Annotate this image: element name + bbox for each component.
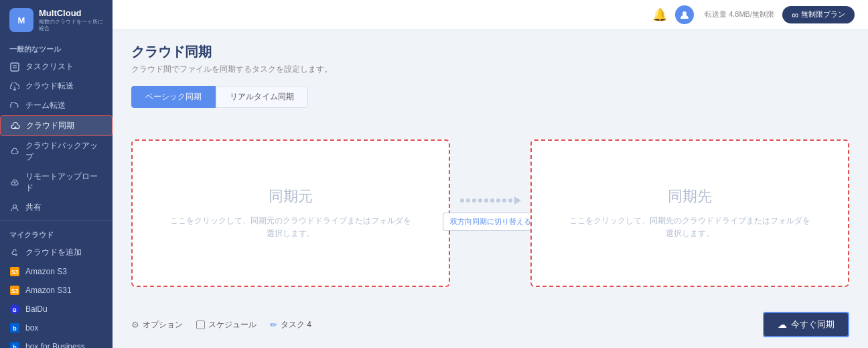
main-content: 🔔 転送量 4.8MB/無制限 ∞ 無制限プラン クラウド同期 クラウド間でファ… bbox=[113, 0, 868, 348]
svg-text:S3: S3 bbox=[11, 269, 18, 276]
infinity-icon: ∞ bbox=[792, 9, 798, 20]
logo-title: MultCloud bbox=[39, 8, 103, 19]
shared-icon bbox=[9, 202, 20, 213]
sidebar-label-amazon-s3: Amazon S3 bbox=[25, 267, 67, 276]
schedule-label: スケジュール bbox=[208, 319, 257, 331]
footer: ⚙ オプション スケジュール ✏ タスク 4 ☁ 今すぐ同期 bbox=[131, 305, 849, 337]
sidebar-label-team-transfer: チーム転送 bbox=[25, 100, 66, 111]
bidirectional-sync-button[interactable]: 双方向同期に切り替える bbox=[443, 213, 538, 231]
sidebar-item-task-list[interactable]: タスクリスト bbox=[0, 57, 113, 76]
sidebar-label-cloud-transfer: クラウド転送 bbox=[25, 80, 74, 92]
dot-2 bbox=[466, 198, 470, 202]
amazon-s3-icon: S3 bbox=[9, 266, 20, 277]
sidebar-item-amazon-s3[interactable]: S3 Amazon S3 bbox=[0, 262, 113, 281]
sidebar-item-cloud-transfer[interactable]: クラウド転送 bbox=[0, 76, 113, 96]
dot-8 bbox=[502, 198, 506, 202]
header: 🔔 転送量 4.8MB/無制限 ∞ 無制限プラン bbox=[113, 0, 868, 30]
schedule-item[interactable]: スケジュール bbox=[196, 319, 257, 331]
tab-basic[interactable]: ベーシック同期 bbox=[131, 86, 216, 108]
sidebar-item-shared[interactable]: 共有 bbox=[0, 198, 113, 217]
dot-3 bbox=[472, 198, 476, 202]
svg-text:b: b bbox=[13, 325, 17, 332]
sidebar-label-box: box bbox=[25, 323, 38, 333]
sidebar-item-box[interactable]: b box bbox=[0, 318, 113, 337]
task-item[interactable]: ✏ タスク 4 bbox=[270, 319, 311, 331]
schedule-checkbox-icon bbox=[196, 321, 205, 329]
page-content: クラウド同期 クラウド間でファイルを同期するタスクを設定します。 ベーシック同期… bbox=[113, 30, 868, 348]
sync-target-desc: ここをクリックして、同期先のクラウドドライブまたはフォルダを 選択します。 bbox=[569, 215, 810, 240]
logo-subtitle: 複数のクラウドを一ヶ所に統合 bbox=[39, 19, 103, 33]
sync-source-desc: ここをクリックして、同期元のクラウドドライブまたはフォルダを 選択します。 bbox=[170, 215, 411, 240]
page-title: クラウド同期 bbox=[131, 43, 849, 61]
sidebar-item-add-cloud[interactable]: クラウドを追加 bbox=[0, 243, 113, 262]
dot-1 bbox=[460, 198, 464, 202]
arrow-head-icon bbox=[514, 196, 521, 205]
gear-icon: ⚙ bbox=[131, 320, 139, 330]
logo-text: MultCloud 複数のクラウドを一ヶ所に統合 bbox=[39, 8, 103, 32]
amazon-s3-1-icon: S3 bbox=[9, 285, 20, 296]
sync-cloud-icon: ☁ bbox=[778, 319, 787, 330]
sidebar-label-cloud-backup: クラウドバックアップ bbox=[25, 140, 103, 163]
box-business-icon: b bbox=[9, 341, 20, 348]
dot-7 bbox=[496, 198, 500, 202]
dot-9 bbox=[508, 198, 512, 202]
general-section-label: 一般的なツール bbox=[0, 38, 113, 57]
mycloud-section-label: マイクラウド bbox=[0, 223, 113, 243]
options-item[interactable]: ⚙ オプション bbox=[131, 319, 183, 331]
svg-rect-2 bbox=[11, 63, 19, 71]
sync-target-panel[interactable]: 同期先 ここをクリックして、同期先のクラウドドライブまたはフォルダを 選択します… bbox=[530, 139, 849, 287]
sidebar-item-box-business[interactable]: b box for Business bbox=[0, 337, 113, 348]
dot-6 bbox=[490, 198, 494, 202]
svg-text:S3: S3 bbox=[11, 288, 18, 294]
sidebar: M MultCloud 複数のクラウドを一ヶ所に統合 一般的なツール タスクリス… bbox=[0, 0, 113, 348]
sidebar-label-task-list: タスクリスト bbox=[25, 61, 74, 72]
svg-text:M: M bbox=[18, 15, 25, 25]
sync-tabs: ベーシック同期 リアルタイム同期 bbox=[131, 86, 849, 108]
sidebar-item-amazon-s3-1[interactable]: S3 Amazon S31 bbox=[0, 281, 113, 300]
box-icon: b bbox=[9, 323, 20, 333]
sidebar-label-remote-upload: リモートアップロード bbox=[25, 171, 103, 194]
options-label: オプション bbox=[143, 319, 183, 331]
sync-now-label: 今すぐ同期 bbox=[791, 318, 835, 331]
sidebar-item-team-transfer[interactable]: チーム転送 bbox=[0, 96, 113, 115]
sidebar-item-cloud-backup[interactable]: クラウドバックアップ bbox=[0, 136, 113, 167]
cloud-backup-icon bbox=[9, 146, 20, 157]
task-label: タスク 4 bbox=[281, 319, 311, 331]
logo-area: M MultCloud 複数のクラウドを一ヶ所に統合 bbox=[0, 0, 113, 38]
upgrade-button[interactable]: ∞ 無制限プラン bbox=[782, 6, 855, 23]
sidebar-label-box-business: box for Business bbox=[25, 342, 85, 348]
transfer-info: 転送量 4.8MB/無制限 bbox=[705, 9, 774, 19]
remote-upload-icon bbox=[9, 177, 20, 188]
cloud-sync-icon bbox=[10, 121, 21, 131]
page-subtitle: クラウド間でファイルを同期するタスクを設定します。 bbox=[131, 64, 849, 75]
sync-now-button[interactable]: ☁ 今すぐ同期 bbox=[763, 312, 849, 337]
tab-realtime[interactable]: リアルタイム同期 bbox=[216, 86, 308, 108]
sidebar-label-shared: 共有 bbox=[25, 202, 42, 213]
add-cloud-icon bbox=[9, 247, 20, 258]
sidebar-divider bbox=[0, 220, 113, 221]
sidebar-item-baidu[interactable]: B BaiDu bbox=[0, 300, 113, 318]
dot-4 bbox=[478, 198, 482, 202]
sidebar-label-baidu: BaiDu bbox=[25, 304, 48, 314]
sidebar-item-cloud-sync[interactable]: クラウド同期 bbox=[0, 115, 113, 136]
baidu-icon: B bbox=[9, 304, 20, 314]
sidebar-label-cloud-sync: クラウド同期 bbox=[26, 120, 74, 131]
user-avatar[interactable] bbox=[675, 5, 694, 24]
bell-icon[interactable]: 🔔 bbox=[652, 7, 667, 22]
sync-source-title: 同期元 bbox=[269, 186, 313, 207]
sidebar-label-add-cloud: クラウドを追加 bbox=[25, 247, 82, 258]
team-transfer-icon bbox=[9, 101, 20, 111]
logo-icon: M bbox=[9, 8, 33, 32]
footer-left: ⚙ オプション スケジュール ✏ タスク 4 bbox=[131, 319, 311, 331]
cloud-transfer-icon bbox=[9, 81, 20, 92]
sync-middle: 双方向同期に切り替える bbox=[450, 196, 530, 231]
sidebar-label-amazon-s3-1: Amazon S31 bbox=[25, 286, 72, 295]
sync-source-panel[interactable]: 同期元 ここをクリックして、同期元のクラウドドライブまたはフォルダを 選択します… bbox=[131, 139, 450, 287]
sidebar-item-remote-upload[interactable]: リモートアップロード bbox=[0, 167, 113, 198]
sync-area: 同期元 ここをクリックして、同期元のクラウドドライブまたはフォルダを 選択します… bbox=[131, 121, 849, 305]
sync-target-title: 同期先 bbox=[668, 186, 712, 207]
svg-text:b: b bbox=[13, 344, 17, 348]
arrow-dots bbox=[460, 196, 521, 205]
pencil-icon: ✏ bbox=[270, 320, 277, 330]
task-list-icon bbox=[9, 62, 20, 72]
